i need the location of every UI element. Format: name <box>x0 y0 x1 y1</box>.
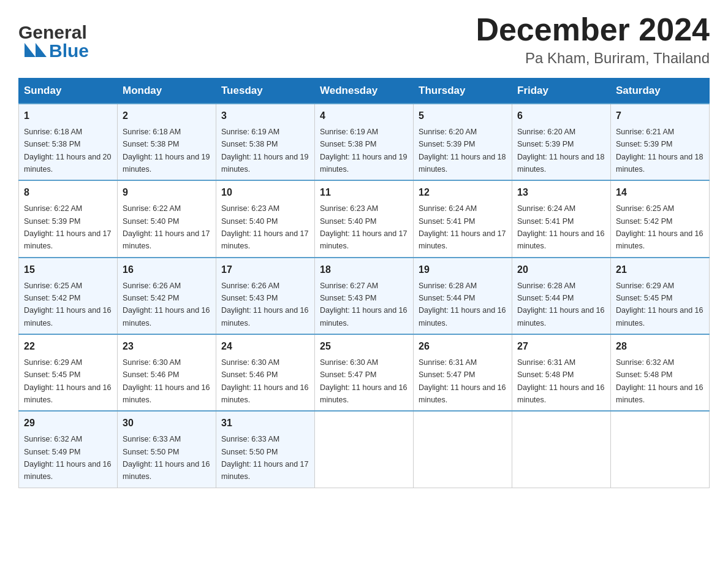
day-info: Sunrise: 6:21 AMSunset: 5:39 PMDaylight:… <box>616 128 703 174</box>
day-info: Sunrise: 6:23 AMSunset: 5:40 PMDaylight:… <box>320 204 407 250</box>
calendar-cell: 24Sunrise: 6:30 AMSunset: 5:46 PMDayligh… <box>216 334 315 411</box>
col-tuesday: Tuesday <box>216 79 315 104</box>
day-info: Sunrise: 6:24 AMSunset: 5:41 PMDaylight:… <box>517 204 604 250</box>
calendar-header-row: Sunday Monday Tuesday Wednesday Thursday… <box>19 79 710 104</box>
calendar-cell: 1Sunrise: 6:18 AMSunset: 5:38 PMDaylight… <box>19 104 118 180</box>
calendar-week-row: 15Sunrise: 6:25 AMSunset: 5:42 PMDayligh… <box>19 258 710 334</box>
day-info: Sunrise: 6:33 AMSunset: 5:50 PMDaylight:… <box>123 435 210 481</box>
calendar-cell: 25Sunrise: 6:30 AMSunset: 5:47 PMDayligh… <box>315 334 414 411</box>
day-number: 10 <box>221 185 309 201</box>
svg-text:General: General <box>18 22 87 42</box>
day-number: 29 <box>24 416 112 431</box>
calendar-cell: 19Sunrise: 6:28 AMSunset: 5:44 PMDayligh… <box>414 258 512 334</box>
day-info: Sunrise: 6:31 AMSunset: 5:47 PMDaylight:… <box>419 358 506 404</box>
day-number: 23 <box>123 339 211 354</box>
day-number: 16 <box>123 262 211 278</box>
day-number: 25 <box>320 339 408 354</box>
day-number: 26 <box>419 339 507 354</box>
day-number: 30 <box>123 416 211 431</box>
day-info: Sunrise: 6:30 AMSunset: 5:46 PMDaylight:… <box>221 358 308 404</box>
day-info: Sunrise: 6:19 AMSunset: 5:38 PMDaylight:… <box>221 128 308 174</box>
day-info: Sunrise: 6:22 AMSunset: 5:40 PMDaylight:… <box>123 204 210 250</box>
day-info: Sunrise: 6:25 AMSunset: 5:42 PMDaylight:… <box>24 282 111 327</box>
calendar-cell <box>611 411 710 488</box>
day-number: 1 <box>24 109 112 124</box>
day-number: 19 <box>419 262 507 278</box>
calendar-cell: 10Sunrise: 6:23 AMSunset: 5:40 PMDayligh… <box>216 180 315 257</box>
calendar-cell: 22Sunrise: 6:29 AMSunset: 5:45 PMDayligh… <box>19 334 118 411</box>
day-number: 13 <box>517 185 605 201</box>
calendar-week-row: 22Sunrise: 6:29 AMSunset: 5:45 PMDayligh… <box>19 334 710 411</box>
calendar-cell: 6Sunrise: 6:20 AMSunset: 5:39 PMDaylight… <box>512 104 611 180</box>
day-number: 18 <box>320 262 408 278</box>
calendar-cell: 4Sunrise: 6:19 AMSunset: 5:38 PMDaylight… <box>315 104 414 180</box>
day-info: Sunrise: 6:24 AMSunset: 5:41 PMDaylight:… <box>419 204 506 250</box>
day-number: 20 <box>517 262 605 278</box>
calendar-cell: 11Sunrise: 6:23 AMSunset: 5:40 PMDayligh… <box>315 180 414 257</box>
day-info: Sunrise: 6:19 AMSunset: 5:38 PMDaylight:… <box>320 128 407 174</box>
calendar-week-row: 29Sunrise: 6:32 AMSunset: 5:49 PMDayligh… <box>19 411 710 488</box>
col-friday: Friday <box>512 79 611 104</box>
day-info: Sunrise: 6:33 AMSunset: 5:50 PMDaylight:… <box>221 435 308 481</box>
day-info: Sunrise: 6:26 AMSunset: 5:42 PMDaylight:… <box>123 282 210 327</box>
day-number: 4 <box>320 109 408 124</box>
day-info: Sunrise: 6:27 AMSunset: 5:43 PMDaylight:… <box>320 282 407 327</box>
calendar-title: December 2024 <box>476 12 710 47</box>
day-info: Sunrise: 6:18 AMSunset: 5:38 PMDaylight:… <box>24 128 111 174</box>
day-number: 5 <box>419 109 507 124</box>
day-number: 22 <box>24 339 112 354</box>
day-info: Sunrise: 6:23 AMSunset: 5:40 PMDaylight:… <box>221 204 308 250</box>
day-info: Sunrise: 6:29 AMSunset: 5:45 PMDaylight:… <box>24 358 111 404</box>
calendar-cell: 2Sunrise: 6:18 AMSunset: 5:38 PMDaylight… <box>118 104 216 180</box>
col-wednesday: Wednesday <box>315 79 414 104</box>
calendar-cell: 23Sunrise: 6:30 AMSunset: 5:46 PMDayligh… <box>118 334 216 411</box>
day-number: 7 <box>616 109 704 124</box>
day-number: 14 <box>616 185 704 201</box>
day-number: 9 <box>123 185 211 201</box>
calendar-cell: 29Sunrise: 6:32 AMSunset: 5:49 PMDayligh… <box>19 411 118 488</box>
day-number: 17 <box>221 262 309 278</box>
day-number: 27 <box>517 339 605 354</box>
day-number: 12 <box>419 185 507 201</box>
day-info: Sunrise: 6:25 AMSunset: 5:42 PMDaylight:… <box>616 204 703 250</box>
calendar-cell <box>414 411 512 488</box>
day-info: Sunrise: 6:32 AMSunset: 5:48 PMDaylight:… <box>616 358 703 404</box>
calendar-subtitle: Pa Kham, Buriram, Thailand <box>476 50 710 67</box>
calendar-cell: 12Sunrise: 6:24 AMSunset: 5:41 PMDayligh… <box>414 180 512 257</box>
calendar-cell: 31Sunrise: 6:33 AMSunset: 5:50 PMDayligh… <box>216 411 315 488</box>
col-sunday: Sunday <box>19 79 118 104</box>
calendar-cell: 13Sunrise: 6:24 AMSunset: 5:41 PMDayligh… <box>512 180 611 257</box>
day-number: 31 <box>221 416 309 431</box>
day-info: Sunrise: 6:18 AMSunset: 5:38 PMDaylight:… <box>123 128 210 174</box>
day-info: Sunrise: 6:28 AMSunset: 5:44 PMDaylight:… <box>419 282 506 327</box>
day-number: 21 <box>616 262 704 278</box>
svg-marker-2 <box>36 43 47 57</box>
day-info: Sunrise: 6:26 AMSunset: 5:43 PMDaylight:… <box>221 282 308 327</box>
calendar-cell <box>512 411 611 488</box>
col-thursday: Thursday <box>414 79 512 104</box>
calendar-cell: 5Sunrise: 6:20 AMSunset: 5:39 PMDaylight… <box>414 104 512 180</box>
col-saturday: Saturday <box>611 79 710 104</box>
day-number: 11 <box>320 185 408 201</box>
calendar-cell: 21Sunrise: 6:29 AMSunset: 5:45 PMDayligh… <box>611 258 710 334</box>
calendar-week-row: 8Sunrise: 6:22 AMSunset: 5:39 PMDaylight… <box>19 180 710 257</box>
day-number: 2 <box>123 109 211 124</box>
day-info: Sunrise: 6:32 AMSunset: 5:49 PMDaylight:… <box>24 435 111 481</box>
calendar-cell: 28Sunrise: 6:32 AMSunset: 5:48 PMDayligh… <box>611 334 710 411</box>
logo-svg: General Blue <box>18 15 129 61</box>
calendar-cell <box>315 411 414 488</box>
day-number: 8 <box>24 185 112 201</box>
day-number: 6 <box>517 109 605 124</box>
calendar-cell: 18Sunrise: 6:27 AMSunset: 5:43 PMDayligh… <box>315 258 414 334</box>
calendar-cell: 15Sunrise: 6:25 AMSunset: 5:42 PMDayligh… <box>19 258 118 334</box>
day-number: 3 <box>221 109 309 124</box>
calendar-cell: 30Sunrise: 6:33 AMSunset: 5:50 PMDayligh… <box>118 411 216 488</box>
calendar-cell: 3Sunrise: 6:19 AMSunset: 5:38 PMDaylight… <box>216 104 315 180</box>
day-info: Sunrise: 6:20 AMSunset: 5:39 PMDaylight:… <box>419 128 506 174</box>
day-info: Sunrise: 6:22 AMSunset: 5:39 PMDaylight:… <box>24 204 111 250</box>
calendar-cell: 27Sunrise: 6:31 AMSunset: 5:48 PMDayligh… <box>512 334 611 411</box>
day-info: Sunrise: 6:30 AMSunset: 5:46 PMDaylight:… <box>123 358 210 404</box>
page-header: General Blue December 2024 Pa Kham, Buri… <box>18 12 710 67</box>
calendar-week-row: 1Sunrise: 6:18 AMSunset: 5:38 PMDaylight… <box>19 104 710 180</box>
day-info: Sunrise: 6:31 AMSunset: 5:48 PMDaylight:… <box>517 358 604 404</box>
